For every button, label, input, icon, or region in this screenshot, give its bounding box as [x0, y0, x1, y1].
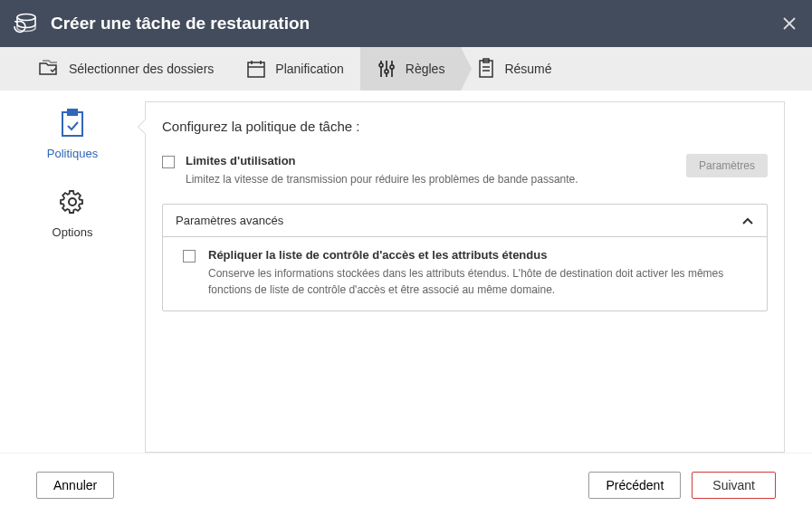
usage-limits-desc: Limitez la vitesse de transmission pour … [186, 171, 675, 187]
step-summary[interactable]: Résumé [461, 47, 568, 91]
svg-point-12 [390, 65, 394, 69]
settings-button: Paramètres [686, 154, 768, 177]
cancel-button[interactable]: Annuler [36, 472, 114, 499]
dialog-title: Créer une tâche de restauration [51, 14, 310, 33]
summary-icon [477, 58, 495, 80]
folders-icon [38, 59, 60, 79]
usage-limits-row: Limites d'utilisation Limitez la vitesse… [162, 154, 768, 187]
acl-desc: Conserve les informations stockées dans … [208, 265, 754, 298]
policy-panel: Configurez la politique de tâche : Limit… [145, 101, 785, 453]
gear-icon [58, 187, 87, 216]
svg-rect-3 [248, 62, 264, 77]
step-planning[interactable]: Planification [230, 47, 360, 91]
calendar-icon [246, 59, 266, 79]
dialog-header: Créer une tâche de restauration [0, 0, 812, 47]
nav-label: Politiques [47, 147, 98, 160]
sliders-icon [377, 58, 396, 80]
next-button[interactable]: Suivant [692, 472, 776, 499]
acl-row: Répliquer la liste de contrôle d'accès e… [183, 248, 754, 298]
step-select-folders[interactable]: Sélectionner des dossiers [22, 47, 230, 91]
nav-label: Options [53, 225, 93, 239]
dialog-footer: Annuler Précédent Suivant [0, 453, 812, 516]
svg-point-0 [17, 14, 35, 21]
chevron-up-icon [741, 216, 754, 225]
panel-title: Configurez la politique de tâche : [162, 119, 768, 134]
usage-limits-label: Limites d'utilisation [186, 154, 675, 167]
usage-limits-checkbox[interactable] [162, 156, 175, 168]
acl-label: Répliquer la liste de contrôle d'accès e… [208, 248, 754, 262]
advanced-header[interactable]: Paramètres avancés [163, 205, 767, 237]
step-label: Résumé [504, 62, 551, 76]
acl-checkbox[interactable] [183, 250, 196, 263]
wizard-steps: Sélectionner des dossiers Planification … [0, 47, 812, 91]
nav-options[interactable]: Options [53, 187, 93, 239]
svg-point-8 [379, 63, 383, 67]
left-nav: Politiques Options [0, 91, 145, 453]
previous-button[interactable]: Précédent [588, 472, 681, 499]
restore-icon [11, 13, 38, 34]
step-rules[interactable]: Règles [360, 47, 462, 91]
close-button[interactable] [778, 12, 801, 35]
clipboard-check-icon [58, 109, 87, 138]
nav-pointer [139, 119, 146, 134]
nav-policies[interactable]: Politiques [47, 109, 98, 160]
advanced-title: Paramètres avancés [176, 214, 283, 227]
step-label: Règles [406, 62, 445, 76]
svg-point-10 [385, 70, 388, 73]
step-label: Sélectionner des dossiers [69, 62, 214, 76]
step-label: Planification [275, 62, 344, 76]
svg-rect-18 [68, 110, 77, 115]
advanced-section: Paramètres avancés Répliquer la liste de… [162, 204, 768, 311]
